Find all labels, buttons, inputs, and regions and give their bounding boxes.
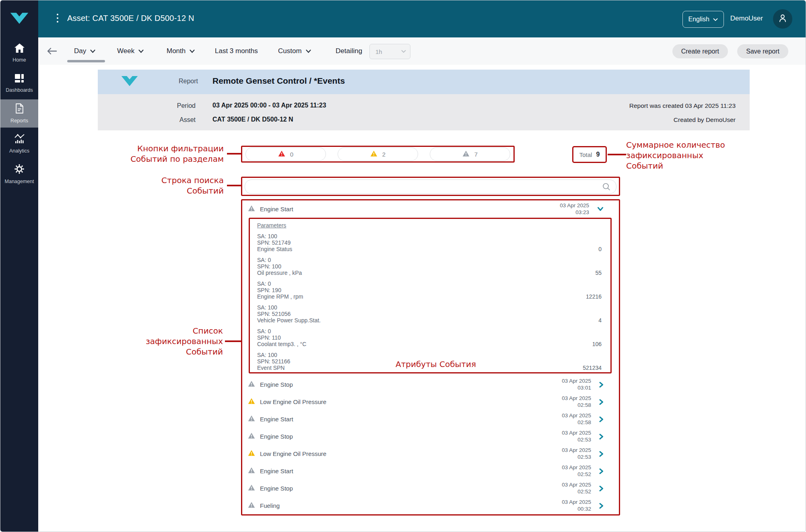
back-button[interactable] [46,47,57,55]
tab-week[interactable]: Week [117,47,144,55]
parameter-name: Event SPN [257,365,284,371]
tab-last-3-months[interactable]: Last 3 months [215,47,258,55]
tab-day-label: Day [74,47,86,55]
event-row[interactable]: Engine Stop 03 Apr 202503:01 [242,376,619,393]
tab-month[interactable]: Month [167,47,195,55]
chevron-down-icon[interactable] [597,207,604,211]
sidebar-nav: Home Dashboards Reports Analytics [0,39,38,190]
event-datetime: 03 Apr 202502:58 [562,395,591,408]
filter-warning-button[interactable]: 2 [338,147,418,161]
warning-triangle-info-icon [248,380,255,389]
app-window: Home Dashboards Reports Analytics [0,0,806,532]
parameters-title[interactable]: Parameters [257,222,602,229]
search-field [245,179,616,194]
tab-day[interactable]: Day [74,47,95,55]
detailing-select[interactable]: 1h [369,44,410,59]
chevron-right-icon[interactable] [599,433,604,440]
sidebar-item-label: Management [5,179,34,184]
asset-label: Asset [151,116,196,124]
event-name: Fueling [260,502,280,509]
chevron-right-icon[interactable] [599,399,604,405]
event-datetime: 03 Apr 202502:52 [562,482,591,495]
sidebar-item-analytics[interactable]: Analytics [0,130,38,158]
event-name: Engine Stop [260,485,293,492]
event-row-expanded[interactable]: Engine Start 03 Apr 2025 03:23 [242,200,619,218]
event-row[interactable]: Low Engine Oil Pressure 03 Apr 202502:53 [242,445,619,462]
report-header: Report Remote Genset Control / *Events [98,70,750,94]
app-logo[interactable] [0,0,38,37]
event-parameters-annotation-box: Parameters SA: 100 SPN: 521749 Engine St… [249,218,612,373]
parameter-item: SA: 0 SPN: 100 Oil pressure , kPa55 [257,257,602,276]
warning-triangle-info-icon [248,205,255,213]
filter-critical-button[interactable]: 0 [245,147,326,161]
person-icon [777,13,788,25]
search-input[interactable] [245,180,616,194]
sidebar-item-home[interactable]: Home [0,39,38,67]
asset-title: Asset: CAT 3500E / DK D500-12 N [67,14,194,23]
warning-triangle-info-icon [248,501,255,510]
tab-custom-label: Custom [278,47,302,55]
event-row[interactable]: Engine Start 03 Apr 202502:52 [242,462,619,480]
report-created-text: Report was created 03 Apr 2025 11:23 [629,102,736,109]
search-annotation-box [241,177,620,196]
event-row[interactable]: Low Engine Oil Pressure 03 Apr 202502:58 [242,393,619,410]
parameter-name: Coolant temp3. , °C [257,341,306,347]
sidebar-item-reports[interactable]: Reports [0,99,38,128]
event-row[interactable]: Fueling 03 Apr 202500:32 [242,497,619,514]
chevron-right-icon[interactable] [599,416,604,423]
create-report-button[interactable]: Create report [672,44,728,58]
active-tab-indicator[interactable] [67,60,105,62]
event-datetime: 03 Apr 202502:53 [562,430,591,443]
chevron-right-icon[interactable] [599,485,604,492]
annotation-connector-line [227,153,241,155]
event-row[interactable]: Engine Stop 03 Apr 202502:53 [242,428,619,445]
report-toolbar: Day Week Month Last 3 months Custom Deta… [38,37,806,65]
chevron-down-icon [401,50,406,53]
home-icon [14,43,25,54]
chevron-down-icon [138,49,144,53]
sidebar-item-dashboards[interactable]: Dashboards [0,69,38,97]
report-created-by-text: Created by DemoUser [674,116,736,124]
event-name: Engine Stop [260,381,293,388]
search-icon[interactable] [602,182,611,193]
event-row[interactable]: Engine Start 03 Apr 202502:58 [242,410,619,428]
parameter-sa: SA: 100 [257,233,602,239]
sidebar-item-management[interactable]: Management [0,160,38,188]
report-logo-icon [121,76,138,88]
parameter-item: SA: 100 SPN: 521749 Engine Status0 [257,233,602,252]
parameter-name: Oil pressure , kPa [257,270,302,276]
parameter-item: SA: 0 SPN: 190 Engine RPM , rpm12216 [257,280,602,300]
event-name: Engine Stop [260,433,293,440]
filter-info-button[interactable]: 7 [430,147,510,161]
tab-week-label: Week [117,47,134,55]
asset-value: CAT 3500E / DK D500-12 N [212,116,293,123]
event-name: Engine Start [260,206,293,212]
chevron-right-icon[interactable] [599,381,604,388]
sidebar-item-label: Home [12,57,26,63]
total-label: Total [579,151,592,158]
tab-month-label: Month [167,47,186,55]
parameter-name: Engine Status [257,246,292,252]
event-datetime: 03 Apr 202502:58 [562,412,591,426]
event-row[interactable]: Engine Stop 03 Apr 202502:52 [242,480,619,497]
total-count: 9 [596,151,600,158]
kebab-menu-icon[interactable] [57,14,58,23]
chevron-right-icon[interactable] [599,451,604,457]
tab-last-3-months-label: Last 3 months [215,47,258,55]
parameter-value: 55 [595,270,602,276]
create-report-label: Create report [681,48,719,55]
warning-triangle-warning-icon [370,150,377,159]
chevron-right-icon[interactable] [599,468,604,474]
parameter-sa: SA: 100 [257,304,602,311]
chevron-right-icon[interactable] [599,503,604,509]
annotation-event-attributes: Атрибуты События [396,359,476,369]
language-selector[interactable]: English [682,11,724,28]
save-report-label: Save report [746,48,779,55]
save-report-button[interactable]: Save report [737,44,788,58]
tab-custom[interactable]: Custom [278,47,311,55]
user-avatar[interactable] [773,9,792,29]
reports-icon [15,103,24,115]
analytics-icon [14,134,25,145]
warning-triangle-info-icon [248,415,255,423]
total-annotation-box: Total 9 [572,146,607,163]
